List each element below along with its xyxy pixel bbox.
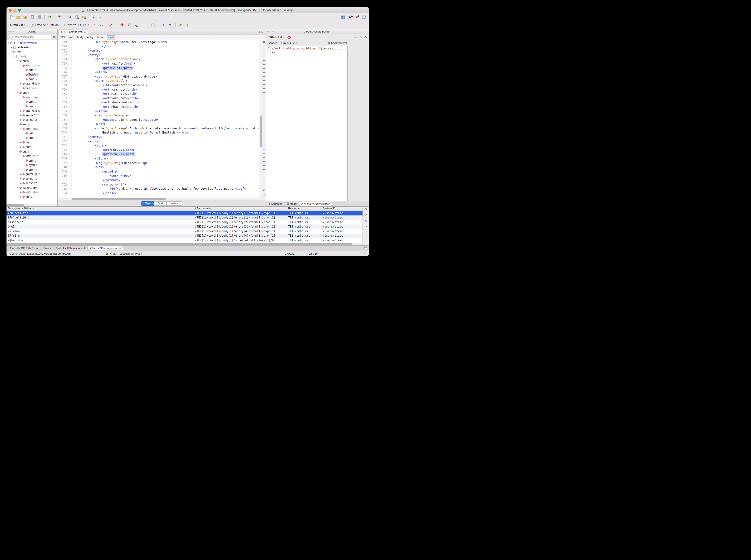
code-line[interactable]: 721 </entry>	[58, 48, 259, 53]
code-lines[interactable]: 719 <xr type="syn">SYN. see <ref>legal</…	[58, 40, 259, 198]
code-line[interactable]: 728▾ <form type="full">	[58, 79, 259, 83]
validate-icon[interactable]: ✓▾	[109, 22, 115, 28]
fold-toggle-icon[interactable]: ▾	[68, 182, 72, 187]
pinned-icon[interactable]	[184, 22, 191, 28]
collapse-icon[interactable]: ▼	[20, 96, 22, 98]
fold-toggle-icon[interactable]: ▾	[68, 113, 72, 118]
execute-xpath-button[interactable]: ▶	[288, 36, 291, 39]
outline-item[interactable]: ▼text	[6, 50, 57, 54]
expand-icon[interactable]: ▶	[11, 46, 13, 48]
data-explorer-icon[interactable]	[340, 14, 346, 20]
outline-item[interactable]: ▶gramGrpv	[6, 172, 57, 177]
overview-ruler[interactable]: ✕ ▼	[262, 40, 266, 198]
outline-item[interactable]: ▶hom	[6, 145, 57, 149]
builder-tab-model[interactable]: Model	[285, 202, 299, 206]
outline-item[interactable]: ▼entry	[6, 149, 57, 154]
xpath-scope-combo[interactable]: 'Current File' ▼	[61, 23, 91, 27]
open-folder-icon[interactable]	[15, 14, 22, 20]
results-settings-gear-icon[interactable]: ⚙	[364, 207, 368, 211]
feedback-bubble-icon[interactable]	[363, 252, 367, 256]
outline-item[interactable]: ▼entry	[6, 122, 57, 127]
code-line[interactable]: 750 <pos>n</pos>	[58, 174, 259, 178]
outline-item[interactable]: ▶sense"2"	[6, 181, 57, 186]
breadcrumb-item-hyph[interactable]: hyph	[107, 36, 115, 39]
favorites-star-icon[interactable]: ☆▾	[354, 36, 357, 39]
editor-tab[interactable]: TEI-combo.xml ✕	[59, 29, 88, 35]
folder-import-icon[interactable]	[22, 14, 28, 20]
code-line[interactable]: 745 <pron>"bEvI</pron>	[58, 152, 259, 157]
xpath-version-combo[interactable]: XPath 2.0 ▼	[8, 23, 27, 27]
collapse-icon[interactable]: ▼	[7, 42, 10, 44]
collapse-icon[interactable]: ▼	[11, 51, 13, 53]
view-author-button[interactable]: Author	[166, 201, 182, 206]
collapse-icon[interactable]: ▼	[17, 151, 19, 153]
code-line[interactable]: 719 <xr type="syn">SYN. see <ref>legal</…	[58, 40, 259, 44]
column-resource[interactable]: Resource	[287, 207, 321, 211]
expand-icon[interactable]: ▶	[20, 119, 22, 121]
collapse-icon[interactable]: ▼	[20, 128, 22, 130]
pin-red-icon[interactable]	[167, 22, 174, 28]
code-line[interactable]: 720 </xr>	[58, 44, 259, 49]
outline-item[interactable]: ▼formcomp	[6, 63, 57, 68]
expand-icon[interactable]: ▶	[20, 191, 22, 194]
outline-horizontal-scrollbar[interactable]	[6, 204, 57, 206]
jump-to-last-edit-icon[interactable]: ↙	[91, 14, 97, 20]
outline-item[interactable]: ▼superEntry	[6, 185, 57, 190]
outline-item[interactable]: ▶teiHeader	[6, 45, 57, 50]
result-row[interactable]: breI/TEI[1]/text[1]/body[1]/entry[3]/for…	[6, 224, 362, 229]
outline-item[interactable]: ▼formbray	[6, 127, 57, 132]
code-line[interactable]: 751 </gramGrp>	[58, 178, 259, 182]
code-line[interactable]: 724 <orth>ain't</orth>	[58, 62, 259, 66]
collapse-icon[interactable]: ▼	[14, 56, 16, 58]
code-line[interactable]: 744 <orth>bevvy</orth>	[58, 148, 259, 152]
expand-icon[interactable]: ▶	[20, 141, 22, 143]
code-line[interactable]: 740 English and never used in formal Eng…	[58, 131, 259, 135]
code-line[interactable]: 733 <orth>have not</orth>	[58, 100, 259, 105]
find-in-document-icon[interactable]	[74, 14, 80, 20]
editor-layout-icon[interactable]	[361, 14, 367, 20]
code-line[interactable]: 738 </cit>	[58, 122, 259, 126]
builder-version-combo[interactable]: XPath 2.0 ▼	[268, 35, 286, 39]
code-line[interactable]: 741 </entry>	[58, 135, 259, 139]
pin-blue-icon[interactable]	[160, 22, 166, 28]
outline-item[interactable]: pronb	[6, 136, 57, 140]
code-line[interactable]: 746 </form>	[58, 157, 259, 161]
history-icon[interactable]: ⟲▾	[359, 36, 362, 39]
breadcrumb-item-form[interactable]: form	[97, 36, 103, 39]
result-row[interactable]: ca|reen/TEI[1]/text[1]/body[1]/entry[4]/…	[6, 229, 362, 234]
outline-item[interactable]: pronk	[6, 77, 57, 81]
outline-item[interactable]: orthc	[6, 158, 57, 163]
breadcrumb-item-entry[interactable]: entry	[87, 36, 93, 39]
code-editor[interactable]: 719 <xr type="syn">SYN. see <ref>legal</…	[58, 40, 266, 198]
back-icon[interactable]: ←	[98, 14, 104, 20]
code-line[interactable]: 736▾ <cit type="example">	[58, 113, 259, 118]
refresh-icon[interactable]: ↻	[46, 14, 53, 20]
code-line[interactable]: 747 <usg type="reg">Dialect</usg>	[58, 161, 259, 165]
result-row[interactable]: k@"ri:n/TEI[1]/text[1]/body[1]/entry[4]/…	[6, 234, 362, 238]
expand-icon[interactable]: ▶	[20, 182, 22, 184]
column-xpath-location[interactable]: XPath location	[194, 207, 287, 211]
result-row[interactable]: dIs"pru:f/TEI[1]/text[1]/body[1]/entry[2…	[6, 220, 362, 224]
collapse-icon[interactable]: ▼	[17, 187, 19, 189]
breadcrumb-item-TEI[interactable]: TEI	[60, 36, 65, 39]
outline-item[interactable]: ▶formaban	[6, 190, 57, 195]
close-tab-icon[interactable]: ✕	[119, 247, 121, 249]
outline-item[interactable]: ▶entry"1"	[6, 195, 57, 199]
edit-annotations-icon[interactable]	[177, 22, 184, 28]
outline-item[interactable]: ▼formdisp	[6, 95, 57, 100]
outline-item[interactable]: ▶sense"1"	[6, 177, 57, 181]
collapse-icon[interactable]: ▼	[20, 64, 22, 67]
outline-item[interactable]: ▼TEI"http://www.tei	[6, 41, 57, 45]
code-line[interactable]: 729 <lbl>contraction of</lbl>	[58, 83, 259, 87]
minimize-window-button[interactable]	[14, 9, 16, 12]
result-row[interactable]: k@m"petit@(r)/TEI[1]/text[1]/body[1]/ent…	[6, 216, 362, 220]
collapse-icon[interactable]: ▼	[17, 60, 19, 62]
element-filter-box[interactable]	[8, 35, 52, 39]
outline-item[interactable]: orthb	[6, 131, 57, 136]
remove-all-results-icon[interactable]: ✕✕	[364, 224, 368, 229]
element-filter-input[interactable]	[12, 36, 50, 38]
bottom-tab-errors[interactable]: Errors	[41, 246, 53, 250]
clear-marks-icon[interactable]: ✕	[263, 189, 265, 192]
search-icon[interactable]	[67, 14, 73, 20]
code-line[interactable]: 739▾ <note type="usage">Although the int…	[58, 126, 259, 131]
